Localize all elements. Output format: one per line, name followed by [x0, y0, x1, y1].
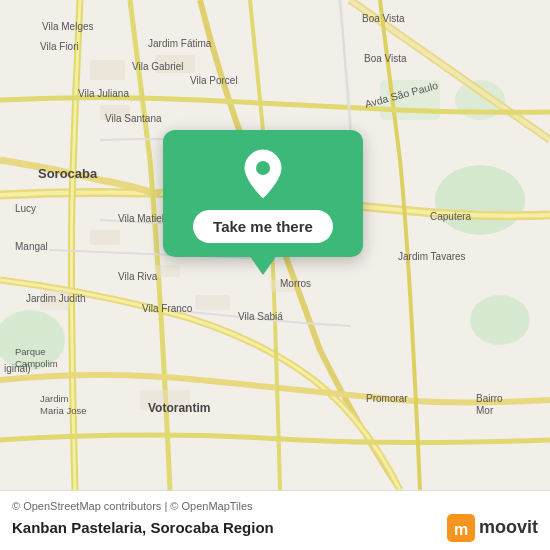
- svg-text:m: m: [454, 521, 468, 538]
- map-attribution: © OpenStreetMap contributors | © OpenMap…: [12, 500, 538, 512]
- svg-text:Sorocaba: Sorocaba: [38, 166, 98, 181]
- svg-text:Mangal: Mangal: [15, 241, 48, 252]
- moovit-text: moovit: [479, 517, 538, 538]
- svg-text:Vila Sabiá: Vila Sabiá: [238, 311, 283, 322]
- svg-rect-6: [90, 60, 125, 80]
- svg-text:Boa Vista: Boa Vista: [362, 13, 405, 24]
- svg-text:Vila Gabriel: Vila Gabriel: [132, 61, 184, 72]
- svg-rect-9: [90, 230, 120, 245]
- svg-point-1: [435, 165, 525, 235]
- svg-text:Vila Riva: Vila Riva: [118, 271, 158, 282]
- moovit-icon: m: [447, 514, 475, 542]
- svg-text:Parque: Parque: [15, 346, 46, 357]
- map-view: Vila Melges Vila Fiori Boa Vista Jardim …: [0, 0, 550, 490]
- moovit-logo: m moovit: [447, 514, 538, 542]
- svg-text:Jardim: Jardim: [40, 393, 69, 404]
- location-name: Kanban Pastelaria, Sorocaba Region: [12, 519, 274, 536]
- location-name-row: Kanban Pastelaria, Sorocaba Region m moo…: [12, 514, 538, 542]
- svg-text:Mor: Mor: [476, 405, 494, 416]
- svg-text:Jardim Fátima: Jardim Fátima: [148, 38, 212, 49]
- svg-text:iginal): iginal): [4, 363, 31, 374]
- svg-text:Vila Juliana: Vila Juliana: [78, 88, 129, 99]
- location-pin-icon: [237, 148, 289, 200]
- svg-text:Lucy: Lucy: [15, 203, 36, 214]
- svg-text:Votorantim: Votorantim: [148, 401, 210, 415]
- svg-text:Caputera: Caputera: [430, 211, 472, 222]
- svg-text:Jardim Tavares: Jardim Tavares: [398, 251, 466, 262]
- svg-text:Boa Vista: Boa Vista: [364, 53, 407, 64]
- svg-text:Vila Franco: Vila Franco: [142, 303, 193, 314]
- svg-text:Vila Santana: Vila Santana: [105, 113, 162, 124]
- svg-point-45: [256, 161, 270, 175]
- svg-rect-10: [155, 265, 180, 277]
- location-popup: Take me there: [163, 130, 363, 257]
- svg-text:Vila Fiori: Vila Fiori: [40, 41, 79, 52]
- svg-rect-11: [195, 295, 230, 310]
- svg-text:Maria Jose: Maria Jose: [40, 405, 86, 416]
- bottom-bar: © OpenStreetMap contributors | © OpenMap…: [0, 490, 550, 550]
- svg-text:Bairro: Bairro: [476, 393, 503, 404]
- svg-point-2: [470, 295, 530, 345]
- take-me-there-button[interactable]: Take me there: [193, 210, 333, 243]
- svg-text:Jardim Judith: Jardim Judith: [26, 293, 85, 304]
- svg-text:Promorar: Promorar: [366, 393, 408, 404]
- svg-text:Vila Melges: Vila Melges: [42, 21, 94, 32]
- svg-text:Vila Porcel: Vila Porcel: [190, 75, 238, 86]
- svg-text:Morros: Morros: [280, 278, 311, 289]
